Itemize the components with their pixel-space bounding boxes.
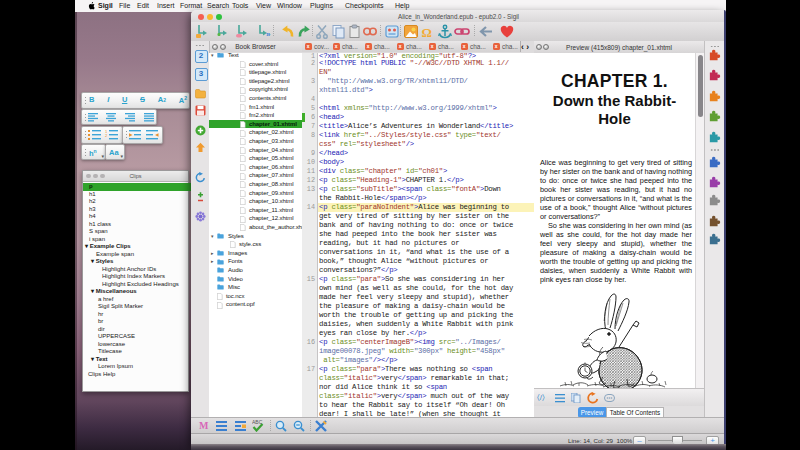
svg-text:»: »: [266, 30, 271, 39]
svg-text:2: 2: [105, 133, 108, 138]
svg-text:Ω: Ω: [422, 25, 432, 40]
